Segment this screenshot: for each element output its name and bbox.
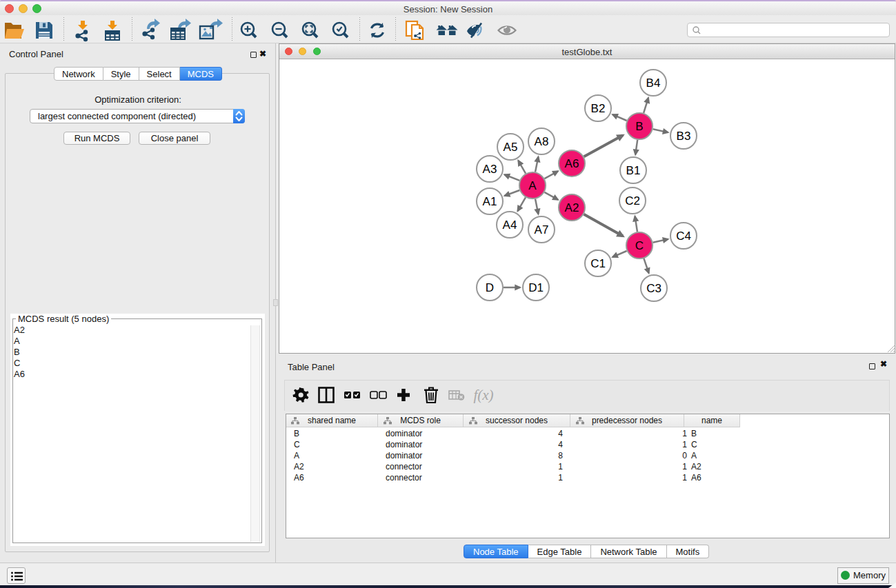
svg-text:C2: C2 [625, 194, 640, 207]
svg-text:A2: A2 [565, 201, 579, 214]
svg-text:A4: A4 [503, 219, 517, 232]
svg-text:C: C [635, 239, 644, 252]
svg-text:D1: D1 [528, 281, 544, 294]
svg-text:C1: C1 [590, 257, 606, 270]
svg-text:D: D [486, 281, 494, 294]
svg-text:B1: B1 [626, 164, 641, 177]
svg-text:A1: A1 [483, 195, 497, 208]
svg-text:C3: C3 [646, 282, 661, 295]
svg-text:A: A [528, 179, 537, 192]
svg-text:B2: B2 [591, 102, 606, 115]
svg-text:B4: B4 [646, 77, 661, 90]
svg-text:A3: A3 [483, 163, 497, 176]
svg-text:A8: A8 [535, 135, 549, 148]
svg-text:B3: B3 [677, 130, 691, 143]
svg-text:A6: A6 [565, 157, 579, 170]
svg-text:B: B [635, 120, 643, 133]
svg-text:f(x): f(x) [473, 387, 493, 403]
svg-text:A7: A7 [535, 223, 549, 236]
svg-text:A5: A5 [504, 141, 518, 154]
svg-text:C4: C4 [676, 230, 691, 243]
